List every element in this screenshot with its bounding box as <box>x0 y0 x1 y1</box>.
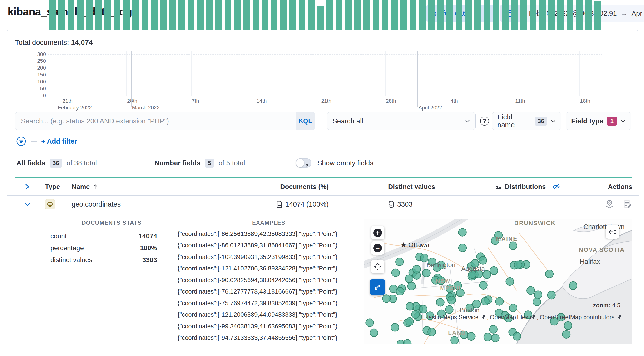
map-place-label: NEW <box>436 278 450 284</box>
map-point <box>412 310 419 318</box>
bar <box>539 0 546 30</box>
map-zoom-out-button[interactable]: − <box>371 241 384 255</box>
map-legend-toggle-icon[interactable] <box>606 225 619 239</box>
documents-stats-title: DOCUMENTS STATS <box>71 220 152 226</box>
add-filter-button[interactable]: + Add filter <box>41 137 77 145</box>
help-icon[interactable]: ? <box>480 116 489 126</box>
bar <box>96 0 102 30</box>
bar <box>86 0 93 30</box>
search-all-select[interactable]: Search all <box>327 112 476 130</box>
map-point <box>490 267 498 274</box>
number-fields-total: of 5 total <box>218 159 245 167</box>
bar <box>594 1 601 30</box>
y-axis-tick: 300 <box>31 51 46 57</box>
geo-point-token-icon <box>45 199 55 209</box>
fields-summary-row: All fields 36 of 38 total Number fields … <box>16 158 630 167</box>
map-point <box>458 229 466 236</box>
collapse-row-button[interactable] <box>24 201 31 207</box>
map-point <box>420 254 428 262</box>
bar <box>354 0 361 30</box>
bar <box>104 0 111 30</box>
stats-row: distinct values3303 <box>49 254 158 266</box>
search-input[interactable] <box>15 112 296 130</box>
bar <box>548 0 555 30</box>
bar <box>216 0 222 30</box>
column-distinct-values[interactable]: Distinct values <box>388 183 435 191</box>
show-empty-fields-label: Show empty fields <box>318 159 374 167</box>
example-value: {"coordinates":[-86.25613889,42.35083333… <box>178 228 337 240</box>
x-axis-tick: 28th <box>127 98 137 104</box>
bar <box>160 0 166 30</box>
expand-all-button[interactable] <box>24 183 30 190</box>
map-point <box>382 295 390 303</box>
map-place-label: NOVA SCOTIA <box>579 246 625 253</box>
bar <box>178 0 185 30</box>
example-value: {"coordinates":[-94.73133333,37.44855556… <box>178 332 337 344</box>
map-point <box>509 242 517 250</box>
month-label: April 2022 <box>418 105 442 111</box>
y-axis-tick: 100 <box>31 79 46 85</box>
map-point <box>480 281 488 289</box>
chevron-down-icon <box>551 119 556 123</box>
kql-button[interactable]: KQL <box>296 112 315 130</box>
map-expand-button[interactable] <box>370 279 385 295</box>
bar <box>49 0 56 30</box>
y-axis-tick: 150 <box>31 72 46 78</box>
x-axis-tick: 11th <box>515 98 525 104</box>
map-locate-icon[interactable] <box>371 260 384 273</box>
bar <box>271 0 278 30</box>
map-point <box>458 244 466 252</box>
bar <box>428 0 435 30</box>
map-point <box>546 270 553 278</box>
field-row-geo-coordinates[interactable]: geo.coordinates 14074 (100%) 3303 <box>7 196 638 212</box>
map-point <box>422 269 430 277</box>
bar <box>114 0 120 30</box>
bar <box>151 0 158 30</box>
bar <box>446 0 453 30</box>
database-icon <box>388 201 394 208</box>
example-value: {"coordinates":[-75.76974472,39.83052639… <box>178 297 337 309</box>
map-point <box>492 334 499 342</box>
bar <box>299 0 305 30</box>
bar <box>326 0 333 30</box>
bar <box>576 0 582 30</box>
explore-in-maps-icon[interactable] <box>605 200 614 209</box>
column-documents[interactable]: Documents (%) <box>250 183 329 191</box>
bar <box>234 0 240 30</box>
bar <box>308 0 314 30</box>
map-point <box>490 325 498 333</box>
map-zoom-in-button[interactable]: + <box>371 226 384 240</box>
map-attribution-link[interactable]: OpenMapTiles <box>490 314 528 321</box>
map-point <box>513 332 521 340</box>
bar <box>456 0 462 30</box>
map-attribution-link[interactable]: OpenStreetMap contributors <box>540 314 614 321</box>
field-name-filter-button[interactable]: Field name 36 <box>492 112 562 130</box>
map-place-label: MPSHI <box>440 285 460 291</box>
column-type[interactable]: Type <box>45 183 60 191</box>
stats-row: percentage100% <box>49 242 158 254</box>
bar <box>502 0 508 30</box>
map-place-label: Halifax <box>580 258 600 265</box>
cross-icon <box>305 161 309 169</box>
bar <box>437 0 444 30</box>
map-place-label: ★ Ottawa <box>400 241 430 249</box>
fields-table-header: Type Name Documents (%) Distinct values … <box>7 179 638 196</box>
hide-distributions-icon[interactable] <box>552 183 560 190</box>
map-attribution-link[interactable]: Elastic Maps Service <box>423 314 478 321</box>
edit-field-icon[interactable] <box>623 200 632 209</box>
bar <box>132 0 139 30</box>
filter-icon[interactable] <box>16 136 26 146</box>
bar <box>364 0 370 30</box>
coordinates-map[interactable]: BRUNSWICKCharlottetownMAINE★ OttawaNOVA … <box>364 219 632 344</box>
map-zoom-indicator: zoom: 4.5 <box>593 302 620 309</box>
x-axis-tick: 14th <box>256 98 267 104</box>
field-type-filter-button[interactable]: Field type 1 <box>566 112 632 130</box>
bar <box>373 0 379 30</box>
map-point <box>564 322 572 329</box>
field-documents: 14074 (100%) <box>250 200 329 208</box>
bar <box>290 0 296 30</box>
document-icon <box>276 201 282 208</box>
show-empty-fields-toggle[interactable] <box>296 158 311 167</box>
column-name[interactable]: Name <box>72 183 98 191</box>
data-visualizer-panel: Total documents: 14,074 0501001502002503… <box>7 30 638 356</box>
